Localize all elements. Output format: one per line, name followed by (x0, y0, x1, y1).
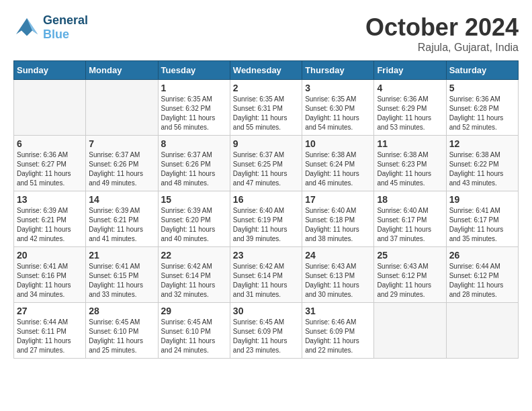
calendar-cell: 9Sunrise: 6:37 AM Sunset: 6:25 PM Daylig… (230, 136, 302, 191)
weekday-header: Sunday (14, 61, 86, 80)
calendar-cell: 1Sunrise: 6:35 AM Sunset: 6:32 PM Daylig… (158, 80, 230, 136)
day-info: Sunrise: 6:36 AM Sunset: 6:27 PM Dayligh… (17, 150, 83, 188)
weekday-header: Saturday (446, 61, 518, 80)
day-info: Sunrise: 6:37 AM Sunset: 6:25 PM Dayligh… (233, 150, 299, 188)
calendar-cell: 28Sunrise: 6:45 AM Sunset: 6:10 PM Dayli… (86, 303, 158, 359)
weekday-header: Thursday (302, 61, 374, 80)
day-info: Sunrise: 6:38 AM Sunset: 6:24 PM Dayligh… (305, 150, 371, 188)
day-info: Sunrise: 6:42 AM Sunset: 6:14 PM Dayligh… (161, 262, 227, 300)
day-info: Sunrise: 6:39 AM Sunset: 6:20 PM Dayligh… (161, 206, 227, 244)
logo-blue: Blue (43, 28, 69, 41)
day-number: 22 (161, 250, 227, 261)
day-info: Sunrise: 6:45 AM Sunset: 6:10 PM Dayligh… (161, 318, 227, 355)
day-info: Sunrise: 6:35 AM Sunset: 6:31 PM Dayligh… (233, 95, 299, 132)
day-number: 17 (305, 194, 371, 205)
logo: General Blue (13, 13, 88, 42)
calendar-cell: 10Sunrise: 6:38 AM Sunset: 6:24 PM Dayli… (302, 136, 374, 191)
calendar-cell (374, 303, 446, 359)
calendar-cell: 21Sunrise: 6:41 AM Sunset: 6:15 PM Dayli… (86, 247, 158, 303)
calendar-cell: 16Sunrise: 6:40 AM Sunset: 6:19 PM Dayli… (230, 191, 302, 247)
month-title: October 2024 (365, 13, 519, 42)
day-info: Sunrise: 6:44 AM Sunset: 6:12 PM Dayligh… (449, 262, 515, 300)
calendar-week-row: 20Sunrise: 6:41 AM Sunset: 6:16 PM Dayli… (14, 247, 519, 303)
day-info: Sunrise: 6:40 AM Sunset: 6:18 PM Dayligh… (305, 206, 371, 244)
calendar-cell: 12Sunrise: 6:38 AM Sunset: 6:22 PM Dayli… (446, 136, 518, 191)
day-number: 7 (89, 138, 154, 149)
day-info: Sunrise: 6:41 AM Sunset: 6:15 PM Dayligh… (89, 262, 154, 300)
title-section: October 2024 Rajula, Gujarat, India (365, 13, 519, 54)
day-number: 25 (377, 250, 443, 261)
calendar-cell: 19Sunrise: 6:41 AM Sunset: 6:17 PM Dayli… (446, 191, 518, 247)
day-info: Sunrise: 6:38 AM Sunset: 6:23 PM Dayligh… (377, 150, 443, 188)
calendar-cell: 13Sunrise: 6:39 AM Sunset: 6:21 PM Dayli… (14, 191, 86, 247)
logo-general: General (43, 13, 88, 27)
calendar-cell: 11Sunrise: 6:38 AM Sunset: 6:23 PM Dayli… (374, 136, 446, 191)
day-number: 11 (377, 138, 443, 149)
day-number: 4 (377, 83, 443, 93)
calendar-cell (86, 80, 158, 136)
day-info: Sunrise: 6:37 AM Sunset: 6:26 PM Dayligh… (89, 150, 154, 188)
day-number: 31 (305, 306, 371, 316)
calendar-cell: 7Sunrise: 6:37 AM Sunset: 6:26 PM Daylig… (86, 136, 158, 191)
calendar-cell: 31Sunrise: 6:46 AM Sunset: 6:09 PM Dayli… (302, 303, 374, 359)
day-info: Sunrise: 6:42 AM Sunset: 6:14 PM Dayligh… (233, 262, 299, 300)
calendar-cell: 29Sunrise: 6:45 AM Sunset: 6:10 PM Dayli… (158, 303, 230, 359)
calendar-cell: 14Sunrise: 6:39 AM Sunset: 6:21 PM Dayli… (86, 191, 158, 247)
calendar-table: SundayMondayTuesdayWednesdayThursdayFrid… (13, 60, 519, 359)
weekday-header: Monday (86, 61, 158, 80)
day-info: Sunrise: 6:46 AM Sunset: 6:09 PM Dayligh… (305, 318, 371, 355)
day-number: 16 (233, 194, 299, 205)
calendar-cell: 23Sunrise: 6:42 AM Sunset: 6:14 PM Dayli… (230, 247, 302, 303)
calendar-cell: 15Sunrise: 6:39 AM Sunset: 6:20 PM Dayli… (158, 191, 230, 247)
calendar-cell: 20Sunrise: 6:41 AM Sunset: 6:16 PM Dayli… (14, 247, 86, 303)
location: Rajula, Gujarat, India (365, 42, 519, 54)
day-info: Sunrise: 6:35 AM Sunset: 6:30 PM Dayligh… (305, 95, 371, 132)
day-number: 21 (89, 250, 154, 261)
day-info: Sunrise: 6:35 AM Sunset: 6:32 PM Dayligh… (161, 95, 227, 132)
day-info: Sunrise: 6:37 AM Sunset: 6:26 PM Dayligh… (161, 150, 227, 188)
day-number: 24 (305, 250, 371, 261)
calendar-week-row: 6Sunrise: 6:36 AM Sunset: 6:27 PM Daylig… (14, 136, 519, 191)
day-number: 10 (305, 138, 371, 149)
page-header: General Blue October 2024 Rajula, Gujara… (13, 13, 519, 54)
calendar-cell: 30Sunrise: 6:45 AM Sunset: 6:09 PM Dayli… (230, 303, 302, 359)
day-number: 27 (17, 306, 83, 316)
day-number: 5 (449, 83, 515, 93)
day-number: 6 (17, 138, 83, 149)
day-info: Sunrise: 6:45 AM Sunset: 6:10 PM Dayligh… (89, 318, 154, 355)
day-info: Sunrise: 6:40 AM Sunset: 6:17 PM Dayligh… (377, 206, 443, 244)
day-number: 15 (161, 194, 227, 205)
day-number: 2 (233, 83, 299, 93)
calendar-week-row: 1Sunrise: 6:35 AM Sunset: 6:32 PM Daylig… (14, 80, 519, 136)
day-info: Sunrise: 6:43 AM Sunset: 6:12 PM Dayligh… (377, 262, 443, 300)
day-info: Sunrise: 6:39 AM Sunset: 6:21 PM Dayligh… (89, 206, 154, 244)
day-number: 1 (161, 83, 227, 93)
calendar-cell: 2Sunrise: 6:35 AM Sunset: 6:31 PM Daylig… (230, 80, 302, 136)
day-number: 20 (17, 250, 83, 261)
day-info: Sunrise: 6:40 AM Sunset: 6:19 PM Dayligh… (233, 206, 299, 244)
day-info: Sunrise: 6:45 AM Sunset: 6:09 PM Dayligh… (233, 318, 299, 355)
day-number: 30 (233, 306, 299, 316)
day-info: Sunrise: 6:39 AM Sunset: 6:21 PM Dayligh… (17, 206, 83, 244)
weekday-header: Wednesday (230, 61, 302, 80)
calendar-cell: 22Sunrise: 6:42 AM Sunset: 6:14 PM Dayli… (158, 247, 230, 303)
day-info: Sunrise: 6:41 AM Sunset: 6:16 PM Dayligh… (17, 262, 83, 300)
day-number: 19 (449, 194, 515, 205)
day-number: 23 (233, 250, 299, 261)
weekday-header: Friday (374, 61, 446, 80)
calendar-cell: 25Sunrise: 6:43 AM Sunset: 6:12 PM Dayli… (374, 247, 446, 303)
calendar-cell: 4Sunrise: 6:36 AM Sunset: 6:29 PM Daylig… (374, 80, 446, 136)
calendar-cell: 27Sunrise: 6:44 AM Sunset: 6:11 PM Dayli… (14, 303, 86, 359)
day-number: 29 (161, 306, 227, 316)
day-info: Sunrise: 6:36 AM Sunset: 6:29 PM Dayligh… (377, 95, 443, 132)
weekday-header: Tuesday (158, 61, 230, 80)
calendar-cell: 8Sunrise: 6:37 AM Sunset: 6:26 PM Daylig… (158, 136, 230, 191)
day-info: Sunrise: 6:44 AM Sunset: 6:11 PM Dayligh… (17, 318, 83, 355)
calendar-week-row: 27Sunrise: 6:44 AM Sunset: 6:11 PM Dayli… (14, 303, 519, 359)
day-number: 3 (305, 83, 371, 93)
calendar-cell: 5Sunrise: 6:36 AM Sunset: 6:28 PM Daylig… (446, 80, 518, 136)
day-number: 18 (377, 194, 443, 205)
day-info: Sunrise: 6:43 AM Sunset: 6:13 PM Dayligh… (305, 262, 371, 300)
calendar-cell: 6Sunrise: 6:36 AM Sunset: 6:27 PM Daylig… (14, 136, 86, 191)
day-number: 13 (17, 194, 83, 205)
